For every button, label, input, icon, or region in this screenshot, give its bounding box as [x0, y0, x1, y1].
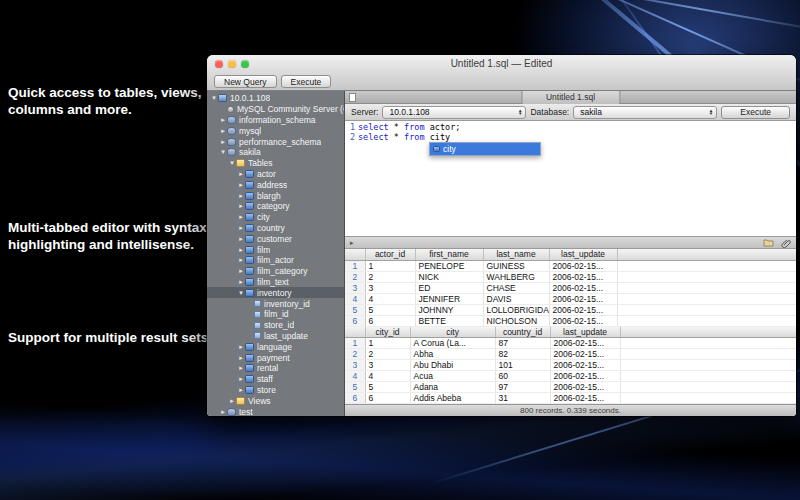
tree-item-language[interactable]: ▸language: [207, 341, 344, 352]
disclosure-closed-icon[interactable]: ▸: [237, 191, 245, 201]
cell: LOLLOBRIGIDA: [483, 304, 549, 315]
disclosure-closed-icon[interactable]: ▸: [228, 396, 236, 406]
disclosure-closed-icon[interactable]: ▸: [237, 342, 245, 352]
tree-item-category[interactable]: ▸category: [207, 201, 344, 212]
disclosure-closed-icon[interactable]: ▸: [237, 169, 245, 179]
tree-item-store_id[interactable]: store_id: [207, 320, 344, 331]
tree-item-sakila[interactable]: ▾sakila: [207, 147, 344, 158]
disclosure-closed-icon[interactable]: ▸: [237, 245, 245, 255]
column-header[interactable]: country_id: [495, 327, 550, 338]
tree-item-film_actor[interactable]: ▸film_actor: [207, 255, 344, 266]
disclosure-closed-icon[interactable]: ▸: [219, 115, 227, 125]
disclosure-closed-icon[interactable]: ▸: [237, 212, 245, 222]
disclosure-closed-icon[interactable]: ▸: [219, 407, 227, 417]
tree-item-blargh[interactable]: ▸blargh: [207, 190, 344, 201]
row-number-cell: 3: [345, 360, 365, 371]
column-header[interactable]: first_name: [415, 249, 483, 260]
table-row[interactable]: 44Acua602006-02-15...: [345, 371, 796, 382]
disclosure-open-icon[interactable]: ▾: [228, 158, 236, 168]
server-select[interactable]: 10.0.1.108: [382, 106, 526, 119]
paperclip-icon[interactable]: [781, 238, 791, 248]
table-row[interactable]: 33Abu Dhabi1012006-02-15...: [345, 360, 796, 371]
disclosure-closed-icon[interactable]: ▸: [237, 234, 245, 244]
tab-untitled-sql[interactable]: Untitled 1.sql: [521, 91, 620, 104]
tree-item-10.0.1.108[interactable]: ▾10.0.1.108: [207, 93, 344, 104]
tree-item-actor[interactable]: ▸actor: [207, 169, 344, 180]
disclosure-closed-icon[interactable]: ▸: [237, 363, 245, 373]
tree-item-label: category: [257, 201, 290, 211]
disclosure-closed-icon[interactable]: ▸: [237, 353, 245, 363]
disclosure-open-icon[interactable]: ▾: [219, 147, 227, 157]
tree-item-test[interactable]: ▸test: [207, 406, 344, 416]
cell: NICK: [415, 271, 483, 282]
new-query-button[interactable]: New Query: [214, 75, 277, 88]
tree-item-film[interactable]: ▸film: [207, 244, 344, 255]
table-row[interactable]: 55JOHNNYLOLLOBRIGIDA2006-02-15...: [345, 304, 796, 315]
disclosure-closed-icon[interactable]: ▸: [237, 180, 245, 190]
disclosure-closed-icon[interactable]: ▸: [237, 277, 245, 287]
column-header[interactable]: city_id: [365, 327, 410, 338]
tab-bar: Untitled 1.sql: [345, 91, 796, 104]
tree-item-mysql[interactable]: ▸mysql: [207, 125, 344, 136]
window-titlebar[interactable]: Untitled 1.sql — Edited: [207, 55, 796, 73]
row-number-cell: 5: [345, 382, 365, 393]
disclosure-closed-icon[interactable]: ▸: [237, 255, 245, 265]
disclosure-open-icon[interactable]: ▾: [237, 288, 245, 298]
table-row[interactable]: 66BETTENICHOLSON2006-02-15...: [345, 315, 796, 326]
disclosure-closed-icon[interactable]: ▸: [237, 223, 245, 233]
tree-item-address[interactable]: ▸address: [207, 179, 344, 190]
window-header: Untitled 1.sql — Edited New Query Execut…: [207, 55, 796, 91]
tree-item-store[interactable]: ▸store: [207, 385, 344, 396]
tree-item-inventory_id[interactable]: inventory_id: [207, 298, 344, 309]
disclosure-closed-icon[interactable]: ▸: [237, 385, 245, 395]
database-icon: [227, 408, 236, 416]
column-header[interactable]: last_name: [483, 249, 549, 260]
tree-item-rental[interactable]: ▸rental: [207, 363, 344, 374]
disclosure-open-icon[interactable]: ▾: [210, 93, 218, 103]
tree-item-film_category[interactable]: ▸film_category: [207, 266, 344, 277]
tree-item-payment[interactable]: ▸payment: [207, 352, 344, 363]
tree-item-label: blargh: [257, 191, 281, 201]
table-row[interactable]: 11PENELOPEGUINESS2006-02-15...: [345, 260, 796, 271]
autocomplete-item-city[interactable]: city: [430, 143, 540, 155]
tree-item-mysql-community-server-gpl-5.6.1[interactable]: MySQL Community Server (GPL) 5.6.1: [207, 104, 344, 115]
sql-editor[interactable]: 1select * from actor;2select * from city…: [345, 121, 796, 236]
tree-item-tables[interactable]: ▾Tables: [207, 158, 344, 169]
disclosure-closed-icon[interactable]: ▸: [219, 126, 227, 136]
table-row[interactable]: 44JENNIFERDAVIS2006-02-15...: [345, 293, 796, 304]
table-row[interactable]: 55Adana972006-02-15...: [345, 382, 796, 393]
minimize-window-button[interactable]: [228, 60, 236, 68]
table-row[interactable]: 66Addis Abeba312006-02-15...: [345, 393, 796, 404]
execute-button[interactable]: Execute: [721, 106, 790, 119]
tree-item-staff[interactable]: ▸staff: [207, 374, 344, 385]
disclosure-closed-icon[interactable]: ▸: [237, 266, 245, 276]
tree-item-film_id[interactable]: film_id: [207, 309, 344, 320]
column-header[interactable]: actor_id: [365, 249, 415, 260]
tree-item-last_update[interactable]: last_update: [207, 331, 344, 342]
tree-item-views[interactable]: ▸Views: [207, 395, 344, 406]
execute-toolbar-button[interactable]: Execute: [281, 75, 332, 88]
table-row[interactable]: 11A Corua (La...872006-02-15...: [345, 338, 796, 349]
close-window-button[interactable]: [215, 60, 223, 68]
table-row[interactable]: 22NICKWAHLBERG2006-02-15...: [345, 271, 796, 282]
table-row[interactable]: 22Abha822006-02-15...: [345, 349, 796, 360]
disclosure-closed-icon[interactable]: ▸: [237, 201, 245, 211]
table-row[interactable]: 33EDCHASE2006-02-15...: [345, 282, 796, 293]
column-header[interactable]: last_update: [549, 249, 617, 260]
column-header[interactable]: last_update: [550, 327, 620, 338]
tree-item-customer[interactable]: ▸customer: [207, 233, 344, 244]
export-folder-icon[interactable]: [763, 238, 774, 247]
tree-item-performance_schema[interactable]: ▸performance_schema: [207, 136, 344, 147]
cell-filler: [620, 382, 796, 393]
tree-item-country[interactable]: ▸country: [207, 223, 344, 234]
tree-item-inventory[interactable]: ▾inventory: [207, 287, 344, 298]
zoom-window-button[interactable]: [241, 60, 249, 68]
database-select[interactable]: sakila: [573, 106, 717, 119]
disclosure-closed-icon[interactable]: ▸: [219, 137, 227, 147]
tree-item-city[interactable]: ▸city: [207, 212, 344, 223]
disclosure-closed-icon[interactable]: ▸: [237, 374, 245, 384]
results-disclosure-icon[interactable]: [350, 237, 354, 248]
tree-item-information_schema[interactable]: ▸information_schema: [207, 115, 344, 126]
column-header[interactable]: city: [410, 327, 495, 338]
tree-item-film_text[interactable]: ▸film_text: [207, 277, 344, 288]
